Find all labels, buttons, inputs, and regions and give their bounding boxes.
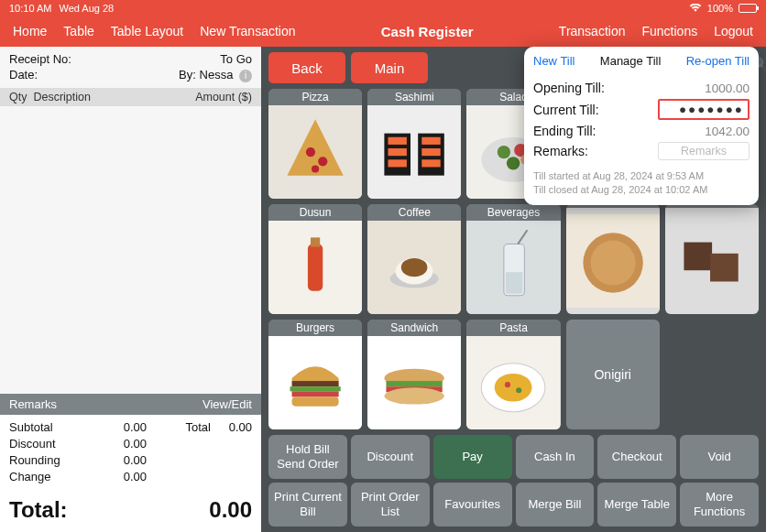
tab-new-till[interactable]: New Till xyxy=(533,54,575,68)
more-functions-button[interactable]: More Functions xyxy=(680,483,759,527)
ending-till-label: Ending Till: xyxy=(533,124,596,138)
tab-manage-till[interactable]: Manage Till xyxy=(600,54,661,68)
nav-transaction[interactable]: Transaction xyxy=(559,24,626,38)
ending-till-value: 1042.00 xyxy=(658,125,750,138)
product-sashimi[interactable]: Sashimi xyxy=(367,89,461,199)
svg-rect-42 xyxy=(292,391,339,396)
pay-button[interactable]: Pay xyxy=(433,435,512,479)
receipt-panel: Receipt No: To Go Date: By: Nessa i Qty … xyxy=(0,47,261,532)
current-till-label: Current Till: xyxy=(533,103,599,117)
opening-till-label: Opening Till: xyxy=(533,81,605,95)
main-button[interactable]: Main xyxy=(351,52,428,83)
receipt-headers: Qty Description Amount ($) xyxy=(0,88,261,106)
nav-logout[interactable]: Logout xyxy=(714,24,753,38)
svg-rect-12 xyxy=(421,148,440,156)
order-type: To Go xyxy=(220,52,252,66)
svg-rect-38 xyxy=(710,254,739,282)
svg-rect-43 xyxy=(292,396,339,406)
remarks-till-label: Remarks: xyxy=(533,144,588,158)
product-pizza[interactable]: Pizza xyxy=(268,89,362,199)
svg-point-48 xyxy=(385,387,444,404)
svg-rect-8 xyxy=(388,137,407,145)
opening-till-value: 1000.00 xyxy=(658,81,750,95)
tab-reopen-till[interactable]: Re-open Till xyxy=(686,54,750,68)
svg-rect-41 xyxy=(290,386,341,391)
svg-point-3 xyxy=(318,157,327,166)
svg-rect-13 xyxy=(421,159,440,167)
page-title: Cash Register xyxy=(296,24,559,39)
product-sandwich[interactable]: Sandwich xyxy=(367,320,461,429)
svg-point-51 xyxy=(495,374,532,402)
till-started-text: Till started at Aug 28, 2024 at 9:53 AM xyxy=(533,169,750,183)
status-bar: 10:10 AM Wed Aug 28 100% xyxy=(0,0,766,16)
svg-rect-40 xyxy=(292,381,339,386)
nav-table[interactable]: Table xyxy=(63,24,93,38)
svg-rect-37 xyxy=(684,243,712,271)
nav-home[interactable]: Home xyxy=(13,24,47,38)
status-time: 10:10 AM xyxy=(9,3,51,14)
product-pasta[interactable]: Pasta xyxy=(466,320,560,429)
remarks-input[interactable]: Remarks xyxy=(658,142,750,160)
till-popover: New Till Manage Till Re-open Till Openin… xyxy=(524,47,759,205)
battery-percent: 100% xyxy=(707,3,733,14)
grand-total: Total: 0.00 xyxy=(0,492,261,532)
cash-in-button[interactable]: Cash In xyxy=(516,435,595,479)
product-onigiri[interactable]: Onigiri xyxy=(566,320,660,429)
print-order-list-button[interactable]: Print Order List xyxy=(351,483,430,527)
action-bar: Hold Bill Send Order Discount Pay Cash I… xyxy=(268,435,759,527)
svg-rect-5 xyxy=(367,105,461,199)
nav-new-transaction[interactable]: New Transaction xyxy=(200,24,295,38)
svg-rect-10 xyxy=(388,159,407,167)
nav-functions[interactable]: Functions xyxy=(641,24,697,38)
favourites-button[interactable]: Favourites xyxy=(433,483,512,527)
void-button[interactable]: Void xyxy=(680,435,759,479)
svg-rect-31 xyxy=(506,272,522,294)
receipt-body xyxy=(0,106,261,395)
nav-bar: Home Table Table Layout New Transaction … xyxy=(0,16,766,47)
svg-point-35 xyxy=(590,241,635,286)
svg-point-53 xyxy=(517,387,522,393)
svg-point-4 xyxy=(312,165,319,172)
hold-bill-button[interactable]: Hold Bill Send Order xyxy=(268,435,347,479)
print-current-bill-button[interactable]: Print Current Bill xyxy=(268,483,347,527)
svg-rect-9 xyxy=(388,148,407,156)
products-area: Back Main 🔍 Pizza Sashimi Salad xyxy=(261,47,766,532)
current-till-value[interactable]: ●●●●●●● xyxy=(658,99,750,120)
product-beverages[interactable]: Beverages xyxy=(466,204,560,314)
svg-rect-24 xyxy=(311,237,320,246)
product-brownies[interactable] xyxy=(665,204,759,314)
checkout-button[interactable]: Checkout xyxy=(597,435,676,479)
by-value: By: Nessa i xyxy=(179,68,252,82)
back-button[interactable]: Back xyxy=(268,52,345,83)
status-date: Wed Aug 28 xyxy=(59,3,114,14)
merge-bill-button[interactable]: Merge Bill xyxy=(516,483,595,527)
totals: Subtotal0.00Total0.00 Discount0.00 Round… xyxy=(0,415,261,492)
svg-rect-46 xyxy=(387,381,443,386)
product-dusun[interactable]: Dusun xyxy=(268,204,362,314)
svg-point-52 xyxy=(505,382,510,387)
product-sourdough[interactable] xyxy=(566,204,660,314)
svg-point-16 xyxy=(498,146,510,158)
merge-table-button[interactable]: Merge Table xyxy=(597,483,676,527)
svg-rect-23 xyxy=(308,244,323,291)
remarks-label: Remarks xyxy=(9,397,57,411)
date-label: Date: xyxy=(9,68,38,82)
svg-rect-11 xyxy=(421,137,440,145)
product-burgers[interactable]: Burgers xyxy=(268,320,362,429)
receipt-no-label: Receipt No: xyxy=(9,52,71,66)
battery-icon xyxy=(739,4,757,13)
svg-point-28 xyxy=(401,258,428,277)
svg-point-2 xyxy=(306,147,315,157)
svg-point-18 xyxy=(507,157,520,169)
wifi-icon xyxy=(689,4,702,13)
remarks-bar[interactable]: Remarks View/Edit xyxy=(0,394,261,415)
discount-button[interactable]: Discount xyxy=(351,435,430,479)
view-edit[interactable]: View/Edit xyxy=(202,397,252,411)
product-coffee[interactable]: Coffee xyxy=(367,204,461,314)
info-icon[interactable]: i xyxy=(239,70,252,82)
till-closed-text: Till closed at Aug 28, 2024 at 10:02 AM xyxy=(533,183,750,197)
nav-table-layout[interactable]: Table Layout xyxy=(111,24,183,38)
